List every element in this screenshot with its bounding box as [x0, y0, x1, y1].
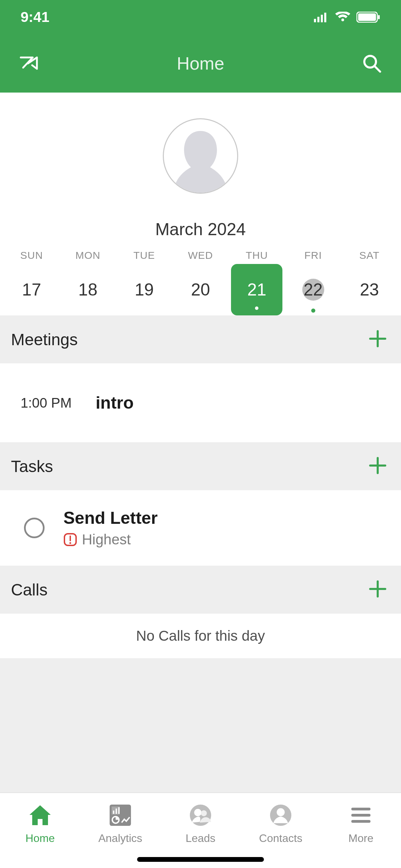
svg-rect-3	[324, 13, 326, 22]
svg-rect-0	[314, 19, 316, 22]
dow-wed: WED	[172, 250, 229, 261]
calendar-day-19[interactable]: 19	[116, 264, 172, 315]
svg-rect-29	[351, 808, 370, 810]
wifi-icon	[335, 12, 350, 23]
tab-home[interactable]: Home	[0, 803, 80, 845]
calendar-week: 17 18 19 20 21 22 23	[0, 264, 401, 315]
svg-rect-30	[351, 814, 370, 817]
battery-icon	[356, 12, 380, 23]
meetings-title: Meetings	[11, 330, 78, 349]
analytics-icon	[108, 803, 132, 827]
content-spacer	[0, 658, 401, 793]
meeting-title: intro	[96, 393, 134, 413]
task-checkbox[interactable]	[24, 518, 45, 538]
status-bar: 9:41	[0, 0, 401, 34]
calendar-month-label[interactable]: March 2024	[0, 219, 401, 250]
calls-empty-state: No Calls for this day	[0, 614, 401, 658]
calendar-day-21-selected[interactable]: 21	[229, 264, 285, 315]
svg-rect-6	[378, 15, 380, 19]
tasks-title: Tasks	[11, 457, 53, 476]
calls-section-header: Calls	[0, 566, 401, 614]
more-icon	[349, 803, 373, 827]
dow-tue: TUE	[116, 250, 172, 261]
add-task-button[interactable]	[368, 456, 387, 477]
svg-rect-20	[113, 810, 114, 814]
meeting-item[interactable]: 1:00 PM intro	[0, 363, 401, 442]
dow-thu: THU	[229, 250, 285, 261]
selected-day-dot-icon	[255, 306, 258, 310]
svg-rect-31	[351, 820, 370, 823]
dow-sun: SUN	[3, 250, 60, 261]
calendar-day-22-today[interactable]: 22	[285, 264, 341, 315]
calendar-day-20[interactable]: 20	[172, 264, 229, 315]
svg-point-28	[277, 808, 284, 816]
page-title: Home	[177, 53, 224, 74]
add-call-button[interactable]	[368, 579, 387, 600]
home-icon	[28, 803, 52, 827]
tab-leads[interactable]: Leads	[160, 803, 241, 845]
add-meeting-button[interactable]	[368, 329, 387, 350]
profile-section	[0, 93, 401, 219]
dow-fri: FRI	[285, 250, 341, 261]
leads-icon	[189, 803, 212, 827]
avatar[interactable]	[163, 118, 238, 194]
plus-icon	[368, 456, 387, 475]
dow-sat: SAT	[341, 250, 398, 261]
svg-point-26	[201, 810, 207, 816]
task-item[interactable]: Send Letter Highest	[0, 490, 401, 566]
svg-rect-22	[118, 807, 120, 814]
plus-icon	[368, 329, 387, 348]
svg-rect-2	[321, 15, 323, 22]
svg-point-24	[190, 805, 211, 826]
calendar-day-18[interactable]: 18	[60, 264, 116, 315]
tab-more[interactable]: More	[321, 803, 401, 845]
tasks-section-header: Tasks	[0, 442, 401, 490]
svg-point-25	[194, 809, 202, 816]
priority-highest-icon	[63, 533, 77, 546]
svg-rect-21	[116, 809, 117, 814]
avatar-placeholder-icon	[170, 128, 231, 193]
calendar-day-23[interactable]: 23	[341, 264, 398, 315]
calendar-day-17[interactable]: 17	[3, 264, 60, 315]
cellular-icon	[314, 12, 329, 22]
svg-rect-5	[358, 13, 376, 21]
svg-rect-1	[317, 17, 319, 22]
event-dot-icon	[311, 309, 315, 313]
contacts-icon	[269, 803, 293, 827]
task-title: Send Letter	[63, 508, 158, 528]
calls-title: Calls	[11, 580, 48, 599]
task-priority: Highest	[82, 531, 131, 548]
svg-line-8	[375, 67, 380, 72]
calendar-day-names: SUN MON TUE WED THU FRI SAT	[0, 250, 401, 264]
tab-bar: Home Analytics Leads Contacts More	[0, 793, 401, 868]
status-time: 9:41	[21, 9, 49, 25]
tab-analytics[interactable]: Analytics	[80, 803, 160, 845]
zia-icon[interactable]	[17, 51, 41, 75]
tab-contacts[interactable]: Contacts	[241, 803, 321, 845]
home-indicator[interactable]	[137, 857, 264, 862]
status-indicators	[314, 12, 380, 23]
search-icon[interactable]	[360, 51, 384, 75]
svg-point-15	[69, 542, 71, 544]
nav-bar: Home	[0, 34, 401, 93]
plus-icon	[368, 579, 387, 599]
meetings-section-header: Meetings	[0, 315, 401, 363]
dow-mon: MON	[60, 250, 116, 261]
meeting-time: 1:00 PM	[21, 395, 72, 411]
